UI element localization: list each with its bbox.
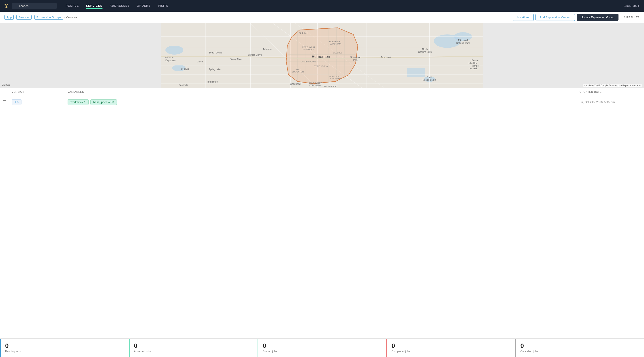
var-tag-workers: workers = 1 xyxy=(68,99,88,105)
stat-completed-number: 0 xyxy=(392,343,511,349)
breadcrumb-actions: Locations Add Expression Version Update … xyxy=(513,14,640,21)
svg-text:BEVERLY: BEVERLY xyxy=(333,52,342,54)
svg-text:Spring Lake: Spring Lake xyxy=(208,68,221,71)
svg-text:Sherwood: Sherwood xyxy=(350,56,361,58)
nav-addresses[interactable]: ADDRESSES xyxy=(110,3,130,9)
svg-text:Natural...: Natural... xyxy=(470,67,479,70)
row-checkbox[interactable] xyxy=(3,100,6,104)
svg-text:SUMMERSIDE: SUMMERSIDE xyxy=(323,85,336,87)
nav-orders[interactable]: ORDERS xyxy=(137,3,151,9)
svg-text:STRATHCONA: STRATHCONA xyxy=(314,65,328,67)
map-attribution: Map data ©2017 Google Terms of Use Repor… xyxy=(583,84,642,87)
svg-text:Stony Plain: Stony Plain xyxy=(230,58,242,61)
update-expression-group-button[interactable]: Update Expression Group xyxy=(577,14,619,21)
nav-people[interactable]: PEOPLE xyxy=(66,3,79,9)
stat-accepted: 0 Accepted jobs xyxy=(129,339,258,357)
svg-point-1 xyxy=(165,46,183,54)
stat-pending-label: Pending jobs xyxy=(5,350,124,353)
svg-text:EDMONTON: EDMONTON xyxy=(330,43,341,45)
svg-text:Spruce Grove: Spruce Grove xyxy=(248,54,262,56)
row-checkbox-cell xyxy=(0,100,9,104)
table-header: Version Variables Created Date xyxy=(0,88,644,96)
svg-text:Carvel: Carvel xyxy=(197,60,204,63)
svg-text:Duffield: Duffield xyxy=(181,68,189,71)
search-input[interactable] xyxy=(12,3,56,9)
svg-text:abamun: abamun xyxy=(165,56,174,58)
search-wrap: 🔍 xyxy=(12,3,56,9)
stat-pending: 0 Pending jobs xyxy=(0,339,129,357)
add-expression-version-button[interactable]: Add Expression Version xyxy=(536,14,575,21)
svg-rect-6 xyxy=(407,68,425,77)
svg-text:EDMONTON: EDMONTON xyxy=(292,71,304,73)
svg-text:EDMONTON: EDMONTON xyxy=(330,77,341,80)
svg-text:NORTHWEST: NORTHWEST xyxy=(302,46,315,48)
stat-started: 0 Started jobs xyxy=(258,339,386,357)
table-row: 1.0 workers = 1 base_price = 50 Fri, Oct… xyxy=(0,96,644,108)
breadcrumb-expression-groups[interactable]: Expression Groups xyxy=(34,15,63,20)
svg-text:South: South xyxy=(426,76,432,78)
breadcrumb-services[interactable]: Services xyxy=(16,15,32,20)
row-version-cell: 1.0 xyxy=(9,99,65,105)
row-variables-cell: workers = 1 base_price = 50 xyxy=(65,99,577,105)
version-number: 1.0 xyxy=(12,99,22,105)
svg-text:Cooking Lake: Cooking Lake xyxy=(418,51,432,53)
table-section: Version Variables Created Date 1.0 worke… xyxy=(0,88,644,339)
stat-accepted-label: Accepted jobs xyxy=(134,350,253,353)
nav-visits[interactable]: VISITS xyxy=(158,3,168,9)
svg-text:Brightbank: Brightbank xyxy=(208,80,218,83)
col-created-date: Created Date xyxy=(577,90,644,93)
svg-text:EDMONTON: EDMONTON xyxy=(303,48,314,50)
svg-text:JASPER PLACE: JASPER PLACE xyxy=(301,61,316,63)
map-logo: Google xyxy=(2,83,10,86)
stat-completed: 0 Completed jobs xyxy=(386,339,515,357)
svg-text:Acheson: Acheson xyxy=(263,48,272,50)
svg-text:WEST: WEST xyxy=(295,68,301,71)
stat-cancelled-label: Cancelled jobs xyxy=(520,350,640,353)
breadcrumb-sep-3: › xyxy=(64,16,65,19)
svg-text:Elk Island: Elk Island xyxy=(458,39,468,42)
nav-links: PEOPLE SERVICES ADDRESSES ORDERS VISITS xyxy=(66,3,624,9)
svg-text:National Park: National Park xyxy=(456,42,470,44)
breadcrumb-sep-1: › xyxy=(14,16,16,19)
svg-text:North: North xyxy=(422,48,428,50)
breadcrumb-current: Versions xyxy=(66,16,77,19)
svg-text:Woodbend: Woodbend xyxy=(290,83,300,85)
stat-started-label: Started jobs xyxy=(263,350,382,353)
svg-text:SOUTHEAST: SOUTHEAST xyxy=(329,75,342,77)
col-variables: Variables xyxy=(65,90,577,93)
svg-text:EDMONTON: EDMONTON xyxy=(310,84,321,86)
svg-text:Beach Corner: Beach Corner xyxy=(209,51,223,54)
map-container: St Albert Edmonton NORTHWEST EDMONTON NO… xyxy=(0,23,644,88)
table-body: 1.0 workers = 1 base_price = 50 Fri, Oct… xyxy=(0,96,644,339)
svg-text:St Albert: St Albert xyxy=(299,32,308,34)
var-tags: workers = 1 base_price = 50 xyxy=(68,99,574,105)
navbar: Y 🔍 PEOPLE SERVICES ADDRESSES ORDERS VIS… xyxy=(0,0,644,12)
stat-completed-label: Completed jobs xyxy=(392,350,511,353)
svg-text:Edmonton: Edmonton xyxy=(312,54,330,59)
col-version: Version xyxy=(9,90,65,93)
stat-started-number: 0 xyxy=(263,343,382,349)
signout-button[interactable]: SIGN OUT xyxy=(624,4,640,7)
stat-cancelled-number: 0 xyxy=(520,343,640,349)
svg-text:Kapasiwin: Kapasiwin xyxy=(165,59,176,62)
breadcrumb: App › Services › Expression Groups › Ver… xyxy=(4,15,513,20)
breadcrumb-app[interactable]: App xyxy=(4,15,14,20)
svg-text:Range: Range xyxy=(472,65,479,67)
logo-icon: Y xyxy=(4,3,8,9)
var-tag-base-price: base_price = 50 xyxy=(90,99,117,105)
svg-text:Keephills: Keephills xyxy=(179,84,188,86)
svg-text:Beaver: Beaver xyxy=(472,59,479,62)
stat-cancelled: 0 Cancelled jobs xyxy=(515,339,644,357)
locations-button[interactable]: Locations xyxy=(513,14,534,21)
svg-text:Park: Park xyxy=(353,59,358,61)
svg-text:SOUTHWEST: SOUTHWEST xyxy=(309,82,322,84)
map-svg: St Albert Edmonton NORTHWEST EDMONTON NO… xyxy=(0,23,644,88)
nav-services[interactable]: SERVICES xyxy=(86,3,102,9)
breadcrumb-sep-2: › xyxy=(32,16,33,19)
footer-stats: 0 Pending jobs 0 Accepted jobs 0 Started… xyxy=(0,339,644,357)
svg-text:NORTHEAST: NORTHEAST xyxy=(329,40,342,43)
row-date-cell: Fri, Oct 21st 2016, 5:15 pm xyxy=(577,100,644,104)
svg-text:Ardrossan: Ardrossan xyxy=(381,56,391,58)
svg-text:Cooking Lake: Cooking Lake xyxy=(422,79,436,81)
results-count: 1 RESULTS xyxy=(624,16,640,19)
